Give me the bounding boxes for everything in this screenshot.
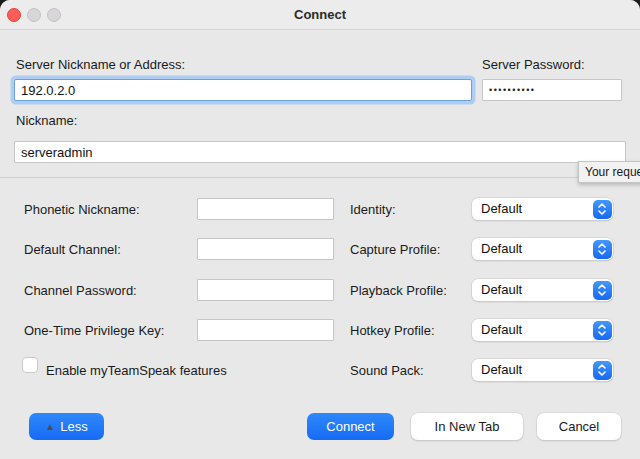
- nickname-input[interactable]: [14, 141, 626, 163]
- window-title: Connect: [0, 0, 640, 30]
- server-password-label: Server Password:: [482, 57, 585, 72]
- connect-dialog: Connect Server Nickname or Address: Serv…: [0, 0, 640, 459]
- default-channel-input[interactable]: [197, 238, 334, 260]
- triangle-up-icon: ▲: [45, 421, 55, 432]
- channel-password-label: Channel Password:: [24, 283, 137, 298]
- phonetic-nickname-input[interactable]: [197, 198, 334, 220]
- channel-password-input[interactable]: [197, 279, 334, 301]
- myteamspeak-checkbox[interactable]: [22, 357, 38, 373]
- sound-pack-label: Sound Pack:: [350, 363, 424, 378]
- chevron-up-down-icon: [593, 281, 612, 300]
- sound-pack-dropdown-value: Default: [481, 359, 522, 381]
- default-channel-label: Default Channel:: [24, 242, 121, 257]
- less-button-label: Less: [60, 419, 87, 434]
- playback-profile-label: Playback Profile:: [350, 283, 447, 298]
- server-address-input[interactable]: [14, 79, 472, 101]
- chevron-up-down-icon: [593, 321, 612, 340]
- hotkey-profile-dropdown[interactable]: Default: [472, 319, 613, 341]
- identity-dropdown-value: Default: [481, 198, 522, 220]
- title-bar[interactable]: Connect: [0, 0, 640, 30]
- in-new-tab-button[interactable]: In New Tab: [411, 413, 523, 440]
- server-password-input[interactable]: [482, 79, 622, 101]
- myteamspeak-checkbox-label[interactable]: Enable myTeamSpeak features: [46, 363, 227, 378]
- chevron-up-down-icon: [593, 200, 612, 219]
- tooltip: Your reque: [578, 161, 640, 183]
- identity-label: Identity:: [350, 202, 396, 217]
- nickname-label: Nickname:: [16, 113, 77, 128]
- playback-profile-dropdown[interactable]: Default: [472, 279, 613, 301]
- section-divider: [0, 177, 640, 178]
- server-address-label: Server Nickname or Address:: [16, 57, 185, 72]
- connect-button[interactable]: Connect: [307, 413, 394, 440]
- capture-profile-dropdown-value: Default: [481, 238, 522, 260]
- playback-profile-dropdown-value: Default: [481, 279, 522, 301]
- hotkey-profile-dropdown-value: Default: [481, 319, 522, 341]
- chevron-up-down-icon: [593, 361, 612, 380]
- capture-profile-dropdown[interactable]: Default: [472, 238, 613, 260]
- chevron-up-down-icon: [593, 240, 612, 259]
- phonetic-nickname-label: Phonetic Nickname:: [24, 202, 140, 217]
- sound-pack-dropdown[interactable]: Default: [472, 359, 613, 381]
- capture-profile-label: Capture Profile:: [350, 242, 440, 257]
- privilege-key-input[interactable]: [197, 319, 334, 341]
- privilege-key-label: One-Time Privilege Key:: [24, 323, 164, 338]
- identity-dropdown[interactable]: Default: [472, 198, 613, 220]
- hotkey-profile-label: Hotkey Profile:: [350, 323, 435, 338]
- cancel-button[interactable]: Cancel: [537, 413, 621, 440]
- less-button[interactable]: ▲Less: [29, 413, 104, 440]
